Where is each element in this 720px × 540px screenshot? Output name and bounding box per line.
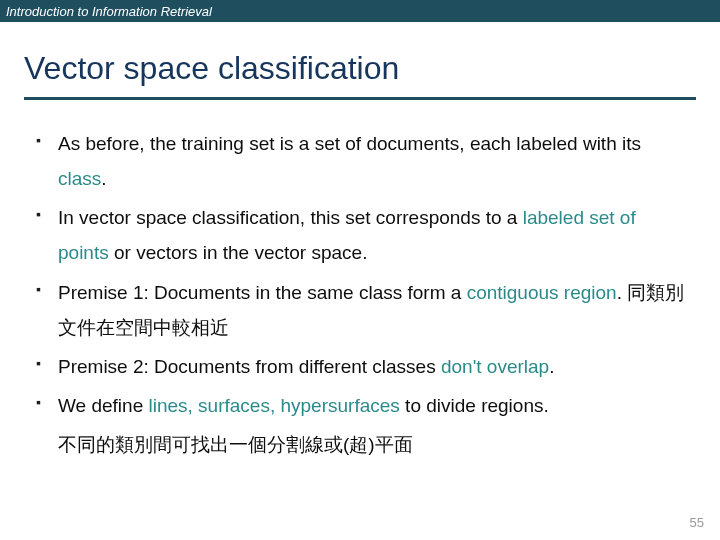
- bullet-text-pre: Premise 1: Documents in the same class f…: [58, 282, 467, 303]
- content-area: As before, the training set is a set of …: [0, 100, 720, 462]
- bullet-text-pre: As before, the training set is a set of …: [58, 133, 641, 154]
- bullet-item: Premise 1: Documents in the same class f…: [36, 275, 688, 345]
- bullet-item: Premise 2: Documents from different clas…: [36, 349, 688, 384]
- bullet-text-em: don't overlap: [441, 356, 549, 377]
- title-area: Vector space classification: [0, 22, 720, 93]
- bullet-list: As before, the training set is a set of …: [36, 126, 688, 423]
- bullet-item: As before, the training set is a set of …: [36, 126, 688, 196]
- slide-title: Vector space classification: [24, 50, 696, 87]
- bullet-text-em: class: [58, 168, 101, 189]
- course-title: Introduction to Information Retrieval: [0, 4, 212, 19]
- header-bar: Introduction to Information Retrieval: [0, 0, 720, 22]
- bullet-item: In vector space classification, this set…: [36, 200, 688, 270]
- bullet-text-pre: We define: [58, 395, 148, 416]
- trailing-text: 不同的類別間可找出一個分割線或(超)平面: [36, 427, 688, 462]
- bullet-item: We define lines, surfaces, hypersurfaces…: [36, 388, 688, 423]
- bullet-text-post: to divide regions.: [400, 395, 549, 416]
- bullet-text-pre: Premise 2: Documents from different clas…: [58, 356, 441, 377]
- bullet-text-em: lines, surfaces, hypersurfaces: [148, 395, 399, 416]
- bullet-text-post: or vectors in the vector space.: [109, 242, 368, 263]
- bullet-text-post: .: [549, 356, 554, 377]
- page-number: 55: [690, 515, 704, 530]
- bullet-text-em: contiguous region: [467, 282, 617, 303]
- bullet-text-post: .: [101, 168, 106, 189]
- bullet-text-pre: In vector space classification, this set…: [58, 207, 523, 228]
